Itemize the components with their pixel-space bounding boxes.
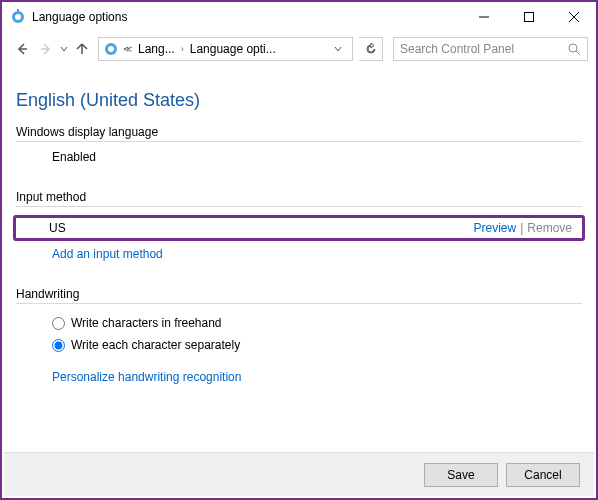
remove-link: Remove <box>527 221 572 235</box>
close-button[interactable] <box>551 2 596 32</box>
control-panel-icon <box>10 9 26 25</box>
radio-label: Write each character separately <box>71 338 240 352</box>
input-method-section: Input method US Preview | Remove Add an … <box>16 190 582 261</box>
add-input-method-link[interactable]: Add an input method <box>16 247 582 261</box>
address-bar[interactable]: ≪ Lang... › Language opti... <box>98 37 353 61</box>
save-button[interactable]: Save <box>424 463 498 487</box>
page-title: English (United States) <box>16 90 582 111</box>
search-input[interactable]: Search Control Panel <box>393 37 588 61</box>
preview-link[interactable]: Preview <box>474 221 517 235</box>
breadcrumb-chevron-icon[interactable]: ≪ <box>121 44 134 54</box>
breadcrumb-chevron-icon[interactable]: › <box>179 44 186 54</box>
cancel-button[interactable]: Cancel <box>506 463 580 487</box>
handwriting-separate-option[interactable]: Write each character separately <box>16 334 582 356</box>
radio-input[interactable] <box>52 317 65 330</box>
search-icon <box>568 43 581 56</box>
personalize-handwriting-link[interactable]: Personalize handwriting recognition <box>16 356 582 384</box>
svg-line-12 <box>576 51 580 55</box>
titlebar: Language options <box>2 2 596 32</box>
back-button[interactable] <box>10 37 34 61</box>
section-heading: Windows display language <box>16 125 582 142</box>
navigation-bar: ≪ Lang... › Language opti... Search Cont… <box>2 32 596 66</box>
svg-rect-4 <box>524 13 533 22</box>
breadcrumb-segment[interactable]: Language opti... <box>186 42 280 56</box>
display-language-value: Enabled <box>16 150 582 164</box>
section-heading: Input method <box>16 190 582 207</box>
separator: | <box>520 221 523 235</box>
address-dropdown-icon[interactable] <box>334 45 350 53</box>
handwriting-section: Handwriting Write characters in freehand… <box>16 287 582 384</box>
radio-input[interactable] <box>52 339 65 352</box>
section-heading: Handwriting <box>16 287 582 304</box>
svg-point-1 <box>15 14 21 20</box>
window-controls <box>461 2 596 32</box>
control-panel-icon <box>103 41 119 57</box>
maximize-button[interactable] <box>506 2 551 32</box>
up-button[interactable] <box>70 37 94 61</box>
input-method-row: US Preview | Remove <box>13 215 585 241</box>
window-title: Language options <box>32 10 461 24</box>
display-language-section: Windows display language Enabled <box>16 125 582 164</box>
handwriting-freehand-option[interactable]: Write characters in freehand <box>16 312 582 334</box>
breadcrumb-segment[interactable]: Lang... <box>134 42 179 56</box>
search-placeholder: Search Control Panel <box>400 42 568 56</box>
svg-point-11 <box>569 44 577 52</box>
content-area: English (United States) Windows display … <box>2 66 596 384</box>
forward-button[interactable] <box>34 37 58 61</box>
recent-dropdown[interactable] <box>58 37 70 61</box>
input-method-name: US <box>49 221 474 235</box>
refresh-button[interactable] <box>359 37 383 61</box>
radio-label: Write characters in freehand <box>71 316 222 330</box>
footer-bar: Save Cancel <box>4 452 594 496</box>
minimize-button[interactable] <box>461 2 506 32</box>
svg-point-10 <box>108 46 114 52</box>
svg-rect-2 <box>17 9 19 12</box>
